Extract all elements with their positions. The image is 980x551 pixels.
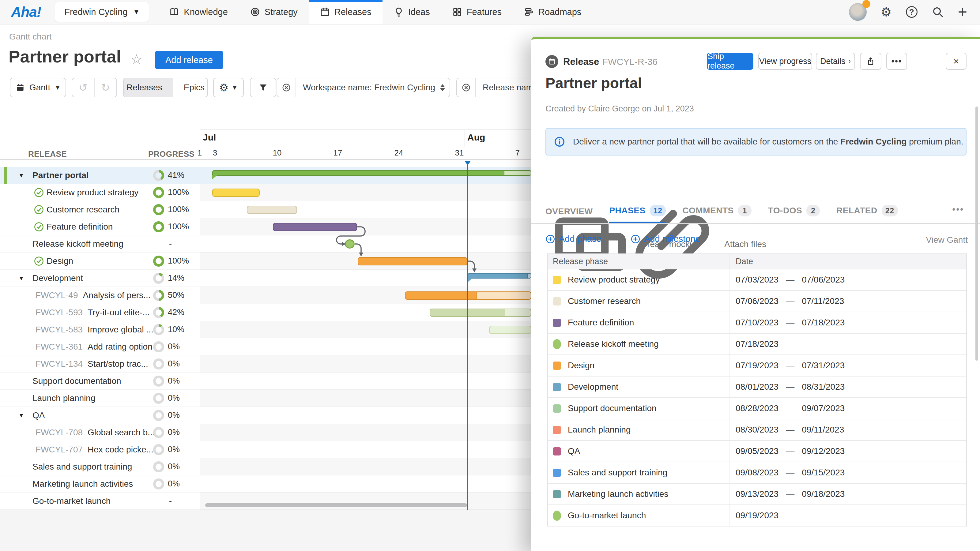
phase-cell: Support documentation — [548, 398, 730, 419]
sort-toggle-icon[interactable] — [440, 84, 445, 91]
share-button[interactable] — [860, 52, 881, 70]
nav-item-knowledge[interactable]: Knowledge — [158, 0, 239, 24]
month-divider — [465, 130, 465, 147]
view-progress-button[interactable]: View progress — [758, 52, 812, 70]
ship-release-button[interactable]: Ship release — [707, 52, 753, 70]
phase-cell: Customer research — [548, 291, 730, 311]
page-background — [0, 510, 539, 551]
timeline-date-tick: 17 — [334, 148, 342, 158]
table-row[interactable]: Review product strategy07/03/2023—07/06/… — [548, 269, 966, 291]
add-phase-link[interactable]: Add phase — [546, 234, 601, 244]
close-button[interactable]: × — [946, 52, 967, 70]
date-cell: 07/06/2023—07/11/2023 — [730, 296, 844, 306]
filter-chip[interactable]: Release nam — [456, 78, 536, 97]
chevron-down-icon: ▼ — [54, 84, 60, 91]
phase-cell: Release kickoff meeting — [548, 333, 730, 354]
view-selector-button[interactable]: Gantt ▼ — [10, 78, 66, 97]
tab-overview[interactable]: OVERVIEW — [546, 206, 593, 223]
gantt-chart: RELEASE PROGRESS JulAug 13101724317 ▾Par… — [0, 110, 531, 510]
chart-settings-button[interactable]: ⚙ ▼ — [213, 78, 244, 97]
segment-epics[interactable]: Epics — [173, 78, 208, 97]
remove-filter-icon[interactable] — [457, 78, 476, 97]
calendar-icon — [15, 83, 25, 92]
gear-icon: ⚙ — [219, 81, 229, 94]
workspace-name: Fredwin Cycling — [64, 7, 127, 17]
panel-scrollbar[interactable] — [975, 106, 978, 360]
workspace-switcher[interactable]: Fredwin Cycling ▼ — [55, 2, 149, 22]
more-options-button[interactable]: ••• — [886, 52, 907, 70]
redo-button[interactable]: ↻ — [95, 78, 116, 97]
nav-item-label: Ideas — [408, 7, 430, 17]
help-icon[interactable]: ? — [906, 6, 918, 18]
date-cell: 09/05/2023—09/12/2023 — [730, 446, 845, 456]
filter-chip[interactable]: Workspace name: Fredwin Cycling — [277, 78, 450, 97]
table-row[interactable]: Design07/19/2023—07/31/2023 — [548, 355, 966, 376]
attach-files-label: Attach files — [724, 240, 766, 249]
date-cell: 07/19/2023—07/31/2023 — [730, 360, 845, 370]
table-row[interactable]: Release kickoff meeting07/18/2023 — [548, 333, 966, 355]
release-title: Partner portal — [546, 75, 642, 92]
horizontal-scrollbar[interactable] — [205, 503, 467, 507]
table-row[interactable]: Customer research07/06/2023—07/11/2023 — [548, 291, 966, 312]
settings-gear-icon[interactable]: ⚙ — [881, 5, 892, 19]
table-row[interactable]: Feature definition07/10/2023—07/18/2023 — [548, 312, 966, 333]
nav-item-roadmaps[interactable]: Roadmaps — [513, 0, 592, 24]
date-start: 08/30/2023 — [736, 425, 778, 435]
view-gantt-link[interactable]: View Gantt — [926, 235, 968, 245]
tab-phases[interactable]: PHASES12 — [609, 205, 666, 223]
date-dash: — — [786, 275, 794, 285]
tab-to-dos[interactable]: TO-DOS2 — [768, 205, 820, 223]
phase-name: Customer research — [568, 296, 641, 306]
tab-count-badge: 22 — [882, 205, 898, 216]
segment-releases[interactable]: Releases — [123, 78, 173, 97]
aha-logo[interactable]: Aha! — [11, 4, 41, 20]
add-release-button[interactable]: Add release — [155, 51, 223, 69]
details-button[interactable]: Details › — [816, 52, 855, 70]
breadcrumb: Gantt chart — [9, 32, 52, 41]
add-milestone-link[interactable]: Add milestone — [630, 234, 700, 244]
search-icon[interactable] — [932, 6, 944, 18]
tab-comments[interactable]: COMMENTS1 — [682, 205, 751, 223]
table-header-row: Release phaseDate — [548, 254, 966, 269]
date-cell: 08/28/2023—09/07/2023 — [730, 403, 845, 413]
avatar[interactable] — [849, 3, 867, 21]
nav-item-features[interactable]: Features — [441, 0, 513, 24]
tab-related[interactable]: RELATED22 — [836, 205, 897, 223]
tab-label: OVERVIEW — [546, 206, 593, 216]
date-start: 09/13/2023 — [736, 489, 778, 499]
top-nav: Aha! Fredwin Cycling ▼ KnowledgeStrategy… — [0, 0, 980, 24]
nav-item-strategy[interactable]: Strategy — [239, 0, 309, 24]
filter-button[interactable] — [250, 78, 276, 97]
table-row[interactable]: Launch planning08/30/2023—09/11/2023 — [548, 419, 966, 441]
plus-circle-icon — [546, 234, 555, 244]
date-end: 08/31/2023 — [802, 382, 845, 392]
nav-item-label: Releases — [334, 7, 371, 17]
table-row[interactable]: Go-to-market launch09/19/2023 — [548, 505, 966, 527]
nav-item-ideas[interactable]: Ideas — [382, 0, 441, 24]
timeline-date-tick: 7 — [515, 148, 520, 158]
today-line — [467, 162, 468, 510]
nav-item-releases[interactable]: Releases — [309, 0, 382, 24]
target-icon — [250, 7, 260, 17]
table-row[interactable]: QA09/05/2023—09/12/2023 — [548, 441, 966, 462]
tabs-overflow-icon[interactable]: ••• — [953, 205, 964, 214]
book-icon — [169, 7, 180, 17]
date-dash: — — [786, 403, 794, 413]
add-icon[interactable]: + — [958, 4, 967, 20]
favorite-star-icon[interactable]: ☆ — [130, 51, 142, 67]
created-by-line: Created by Claire George on Jul 1, 2023 — [546, 104, 694, 114]
date-cell: 07/18/2023 — [730, 339, 778, 349]
phase-color-swatch — [553, 447, 561, 456]
table-row[interactable]: Marketing launch activities09/13/2023—09… — [548, 484, 966, 505]
date-start: 08/28/2023 — [736, 403, 778, 413]
remove-filter-icon[interactable] — [277, 78, 296, 97]
chevron-right-icon: › — [849, 57, 851, 65]
table-row[interactable]: Sales and support training09/08/2023—09/… — [548, 462, 966, 484]
add-milestone-label: Add milestone — [644, 234, 700, 244]
table-row[interactable]: Support documentation08/28/2023—09/07/20… — [548, 398, 966, 419]
tab-label: COMMENTS — [682, 206, 733, 216]
undo-button[interactable]: ↺ — [72, 78, 95, 97]
tab-label: PHASES — [609, 206, 645, 216]
table-row[interactable]: Development08/01/2023—08/31/2023 — [548, 376, 966, 398]
date-start: 09/08/2023 — [736, 468, 778, 478]
